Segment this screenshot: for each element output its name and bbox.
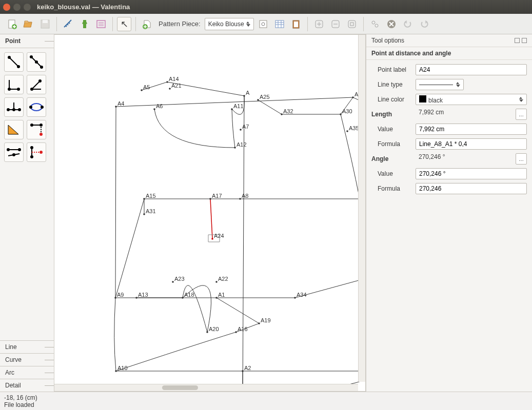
point-label-A30: A30	[342, 108, 352, 114]
svg-point-50	[12, 153, 15, 156]
measurements-button[interactable]	[61, 17, 75, 31]
tool-midpoint[interactable]	[27, 52, 46, 72]
svg-point-37	[12, 108, 15, 111]
tool-triangle[interactable]	[4, 120, 24, 139]
angle-value-input[interactable]	[416, 168, 527, 179]
redo-button[interactable]	[417, 17, 431, 31]
line-type-select[interactable]	[416, 79, 464, 90]
tool-palette: Point Line Curve Arc Detail	[0, 34, 54, 392]
length-formula-input[interactable]	[416, 138, 527, 150]
svg-point-107	[172, 281, 174, 283]
length-value-input[interactable]	[416, 124, 527, 135]
point-label-A7: A7	[242, 124, 249, 130]
svg-point-85	[115, 106, 117, 108]
stop-button[interactable]	[384, 17, 399, 31]
new-pattern-piece-button[interactable]	[140, 17, 154, 31]
angle-more-button[interactable]: …	[516, 153, 527, 165]
body-button[interactable]	[77, 17, 92, 31]
clipboard-button[interactable]	[289, 17, 303, 31]
close-panel-icon[interactable]	[522, 38, 527, 43]
zoom-out-button[interactable]	[328, 17, 343, 31]
point-label-A5: A5	[143, 84, 150, 90]
svg-point-97	[352, 96, 354, 98]
svg-point-39	[29, 106, 32, 109]
zoom-in-button[interactable]	[312, 17, 326, 31]
point-label-A35: A35	[349, 125, 359, 131]
point-label-input[interactable]	[416, 64, 527, 75]
options-button[interactable]	[256, 17, 270, 31]
point-label-A18: A18	[184, 292, 194, 298]
point-label-A15: A15	[146, 193, 156, 199]
point-label-A4: A4	[117, 100, 124, 107]
tool-perpendicular[interactable]	[4, 97, 24, 117]
tool-intersect[interactable]	[4, 142, 24, 162]
point-label-A19: A19	[261, 317, 271, 323]
canvas-area: A4A5A14A21A6AA25A11A7A12A32A30A29A26A35A…	[54, 34, 366, 392]
tool-endline[interactable]	[4, 75, 24, 94]
drawing-canvas[interactable]: A4A5A14A21A6AA25A11A7A12A32A30A29A26A35A…	[54, 34, 366, 392]
svg-point-96	[340, 113, 342, 115]
point-label-A31: A31	[146, 208, 156, 214]
line-color-select[interactable]: black	[416, 94, 527, 105]
dock-icon[interactable]	[515, 38, 520, 43]
open-file-button[interactable]	[22, 17, 36, 31]
table-button[interactable]	[272, 17, 287, 31]
svg-point-93	[240, 129, 242, 131]
point-label-A24: A24	[214, 233, 224, 239]
svg-point-92	[231, 108, 233, 110]
pattern-piece-select[interactable]: Keiko Blouse	[205, 18, 254, 30]
tool-segment[interactable]	[4, 52, 24, 72]
svg-rect-10	[294, 22, 298, 27]
svg-point-108	[215, 281, 218, 283]
horizontal-scrollbar[interactable]	[54, 384, 358, 391]
svg-line-70	[243, 96, 244, 391]
palette-tab-detail[interactable]: Detail	[0, 379, 54, 392]
palette-tab-curve[interactable]: Curve	[0, 353, 54, 366]
angle-formula-input[interactable]	[416, 183, 527, 194]
svg-point-53	[30, 155, 33, 158]
svg-point-95	[281, 113, 283, 115]
palette-tab-line[interactable]: Line	[0, 340, 54, 353]
svg-point-104	[143, 213, 145, 215]
angle-value-label: Value	[371, 170, 410, 177]
point-label-A17: A17	[212, 193, 222, 199]
length-heading: Length	[371, 111, 410, 118]
new-file-button[interactable]	[5, 17, 19, 31]
svg-point-28	[17, 88, 20, 91]
svg-point-114	[294, 297, 296, 299]
vertical-scrollbar[interactable]	[358, 35, 365, 382]
pointer-tool-button[interactable]: ↖	[117, 17, 131, 31]
palette-tab-arc[interactable]: Arc	[0, 366, 54, 379]
angle-heading: Angle	[371, 155, 410, 162]
point-label-A21: A21	[171, 83, 182, 89]
tool-point-of-contact[interactable]	[27, 142, 46, 162]
save-file-button[interactable]	[38, 17, 52, 31]
history-button[interactable]	[94, 17, 108, 31]
angle-formula-label: Formula	[371, 185, 410, 192]
status-bar: -18, 16 (cm) File loaded	[0, 392, 532, 410]
svg-point-101	[209, 198, 211, 200]
svg-line-31	[32, 81, 40, 89]
window-close-icon[interactable]	[3, 4, 10, 11]
window-maximize-icon[interactable]	[24, 4, 31, 11]
zoom-original-button[interactable]	[368, 17, 382, 31]
svg-point-89	[153, 108, 155, 110]
svg-point-110	[114, 297, 116, 299]
tool-angle[interactable]	[27, 75, 46, 94]
svg-line-60	[258, 100, 282, 114]
tool-options-panel: Tool options Point at distance and angle…	[366, 34, 532, 392]
tool-bisector[interactable]	[27, 97, 46, 117]
zoom-fit-button[interactable]	[345, 17, 359, 31]
svg-point-113	[215, 297, 218, 299]
point-label-A23: A23	[174, 276, 185, 282]
undo-button[interactable]	[401, 17, 415, 31]
palette-tab-point[interactable]: Point	[0, 34, 54, 48]
svg-point-40	[41, 106, 44, 109]
svg-rect-13	[348, 20, 356, 28]
window-minimize-icon[interactable]	[13, 4, 21, 11]
svg-point-35	[18, 108, 21, 111]
line-color-label: Line color	[371, 96, 410, 103]
tool-shoulder[interactable]	[27, 120, 46, 139]
length-more-button[interactable]: …	[516, 109, 527, 120]
svg-point-112	[182, 297, 184, 299]
